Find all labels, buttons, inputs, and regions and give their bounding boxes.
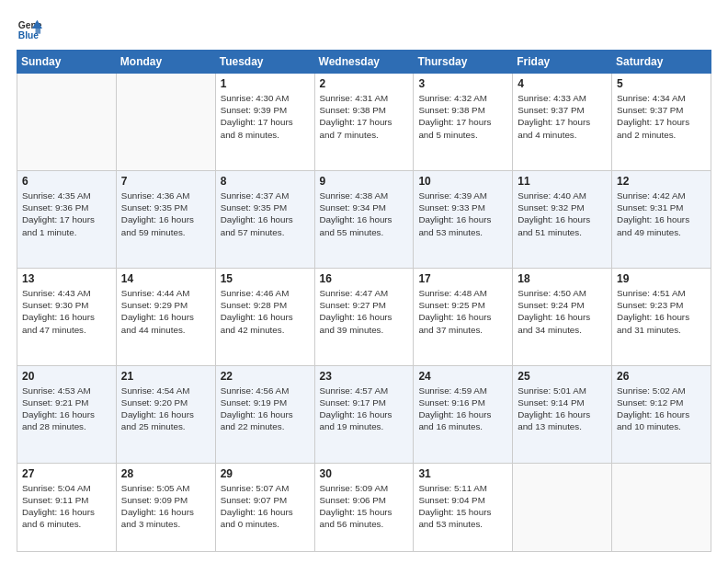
- col-wednesday: Wednesday: [314, 51, 414, 74]
- day-info: Sunrise: 4:30 AM Sunset: 9:39 PM Dayligh…: [221, 92, 310, 141]
- day-number: 24: [418, 370, 507, 383]
- table-row: 17Sunrise: 4:48 AM Sunset: 9:25 PM Dayli…: [414, 268, 513, 365]
- logo-icon: General Blue: [17, 17, 42, 42]
- col-thursday: Thursday: [414, 51, 513, 74]
- logo: General Blue: [17, 17, 42, 42]
- day-number: 11: [518, 175, 607, 188]
- day-info: Sunrise: 4:35 AM Sunset: 9:36 PM Dayligh…: [22, 190, 111, 238]
- day-number: 4: [518, 77, 607, 90]
- day-number: 21: [121, 370, 210, 383]
- table-row: 25Sunrise: 5:01 AM Sunset: 9:14 PM Dayli…: [513, 365, 612, 463]
- col-sunday: Sunday: [17, 51, 117, 74]
- day-info: Sunrise: 4:53 AM Sunset: 9:21 PM Dayligh…: [22, 385, 111, 433]
- col-friday: Friday: [513, 51, 612, 74]
- day-info: Sunrise: 4:50 AM Sunset: 9:24 PM Dayligh…: [518, 287, 607, 336]
- day-info: Sunrise: 4:34 AM Sunset: 9:37 PM Dayligh…: [617, 92, 706, 141]
- day-number: 15: [221, 272, 310, 285]
- day-info: Sunrise: 4:40 AM Sunset: 9:32 PM Dayligh…: [518, 190, 607, 238]
- day-number: 13: [22, 272, 111, 285]
- table-row: 22Sunrise: 4:56 AM Sunset: 9:19 PM Dayli…: [215, 365, 314, 463]
- day-info: Sunrise: 4:36 AM Sunset: 9:35 PM Dayligh…: [121, 190, 210, 238]
- table-row: 23Sunrise: 4:57 AM Sunset: 9:17 PM Dayli…: [314, 365, 414, 463]
- table-row: 9Sunrise: 4:38 AM Sunset: 9:34 PM Daylig…: [314, 170, 414, 268]
- table-row: 28Sunrise: 5:05 AM Sunset: 9:09 PM Dayli…: [116, 463, 215, 551]
- day-number: 6: [22, 175, 111, 188]
- day-number: 25: [518, 370, 607, 383]
- day-info: Sunrise: 4:46 AM Sunset: 9:28 PM Dayligh…: [221, 287, 310, 336]
- calendar-week-row: 13Sunrise: 4:43 AM Sunset: 9:30 PM Dayli…: [17, 268, 711, 365]
- table-row: 2Sunrise: 4:31 AM Sunset: 9:38 PM Daylig…: [314, 74, 414, 171]
- day-info: Sunrise: 4:59 AM Sunset: 9:16 PM Dayligh…: [418, 385, 507, 433]
- table-row: 26Sunrise: 5:02 AM Sunset: 9:12 PM Dayli…: [612, 365, 711, 463]
- day-number: 29: [221, 467, 310, 480]
- table-row: 19Sunrise: 4:51 AM Sunset: 9:23 PM Dayli…: [612, 268, 711, 365]
- calendar-week-row: 6Sunrise: 4:35 AM Sunset: 9:36 PM Daylig…: [17, 170, 711, 268]
- day-number: 2: [320, 77, 409, 90]
- table-row: 30Sunrise: 5:09 AM Sunset: 9:06 PM Dayli…: [314, 463, 414, 551]
- day-info: Sunrise: 4:33 AM Sunset: 9:37 PM Dayligh…: [518, 92, 607, 141]
- day-info: Sunrise: 5:07 AM Sunset: 9:07 PM Dayligh…: [221, 482, 310, 531]
- day-info: Sunrise: 5:05 AM Sunset: 9:09 PM Dayligh…: [121, 482, 210, 531]
- day-number: 19: [617, 272, 706, 285]
- table-row: [17, 74, 117, 171]
- table-row: 3Sunrise: 4:32 AM Sunset: 9:38 PM Daylig…: [414, 74, 513, 171]
- day-info: Sunrise: 4:43 AM Sunset: 9:30 PM Dayligh…: [22, 287, 111, 336]
- table-row: 20Sunrise: 4:53 AM Sunset: 9:21 PM Dayli…: [17, 365, 117, 463]
- day-info: Sunrise: 4:51 AM Sunset: 9:23 PM Dayligh…: [617, 287, 706, 336]
- col-saturday: Saturday: [612, 51, 711, 74]
- table-row: 27Sunrise: 5:04 AM Sunset: 9:11 PM Dayli…: [17, 463, 117, 551]
- day-info: Sunrise: 4:37 AM Sunset: 9:35 PM Dayligh…: [221, 190, 310, 238]
- table-row: 14Sunrise: 4:44 AM Sunset: 9:29 PM Dayli…: [116, 268, 215, 365]
- day-info: Sunrise: 5:11 AM Sunset: 9:04 PM Dayligh…: [418, 482, 507, 531]
- table-row: 29Sunrise: 5:07 AM Sunset: 9:07 PM Dayli…: [215, 463, 314, 551]
- table-row: [513, 463, 612, 551]
- day-info: Sunrise: 4:54 AM Sunset: 9:20 PM Dayligh…: [121, 385, 210, 433]
- day-number: 31: [418, 467, 507, 480]
- day-number: 20: [22, 370, 111, 383]
- table-row: 31Sunrise: 5:11 AM Sunset: 9:04 PM Dayli…: [414, 463, 513, 551]
- table-row: 16Sunrise: 4:47 AM Sunset: 9:27 PM Dayli…: [314, 268, 414, 365]
- day-number: 9: [320, 175, 409, 188]
- day-info: Sunrise: 4:47 AM Sunset: 9:27 PM Dayligh…: [320, 287, 409, 336]
- table-row: 21Sunrise: 4:54 AM Sunset: 9:20 PM Dayli…: [116, 365, 215, 463]
- calendar-week-row: 20Sunrise: 4:53 AM Sunset: 9:21 PM Dayli…: [17, 365, 711, 463]
- day-number: 22: [221, 370, 310, 383]
- day-number: 10: [418, 175, 507, 188]
- day-info: Sunrise: 5:09 AM Sunset: 9:06 PM Dayligh…: [320, 482, 409, 531]
- day-number: 17: [418, 272, 507, 285]
- day-number: 23: [320, 370, 409, 383]
- table-row: 24Sunrise: 4:59 AM Sunset: 9:16 PM Dayli…: [414, 365, 513, 463]
- calendar-week-row: 27Sunrise: 5:04 AM Sunset: 9:11 PM Dayli…: [17, 463, 711, 551]
- day-number: 27: [22, 467, 111, 480]
- day-info: Sunrise: 4:56 AM Sunset: 9:19 PM Dayligh…: [221, 385, 310, 433]
- table-row: [612, 463, 711, 551]
- table-row: 10Sunrise: 4:39 AM Sunset: 9:33 PM Dayli…: [414, 170, 513, 268]
- day-number: 1: [221, 77, 310, 90]
- day-info: Sunrise: 4:38 AM Sunset: 9:34 PM Dayligh…: [320, 190, 409, 238]
- day-info: Sunrise: 4:48 AM Sunset: 9:25 PM Dayligh…: [418, 287, 507, 336]
- day-info: Sunrise: 5:01 AM Sunset: 9:14 PM Dayligh…: [518, 385, 607, 433]
- table-row: 5Sunrise: 4:34 AM Sunset: 9:37 PM Daylig…: [612, 74, 711, 171]
- table-row: 11Sunrise: 4:40 AM Sunset: 9:32 PM Dayli…: [513, 170, 612, 268]
- col-monday: Monday: [116, 51, 215, 74]
- table-row: 6Sunrise: 4:35 AM Sunset: 9:36 PM Daylig…: [17, 170, 117, 268]
- table-row: 7Sunrise: 4:36 AM Sunset: 9:35 PM Daylig…: [116, 170, 215, 268]
- table-row: 4Sunrise: 4:33 AM Sunset: 9:37 PM Daylig…: [513, 74, 612, 171]
- table-row: [116, 74, 215, 171]
- day-number: 28: [121, 467, 210, 480]
- day-number: 5: [617, 77, 706, 90]
- col-tuesday: Tuesday: [215, 51, 314, 74]
- day-number: 30: [320, 467, 409, 480]
- table-row: 18Sunrise: 4:50 AM Sunset: 9:24 PM Dayli…: [513, 268, 612, 365]
- calendar-week-row: 1Sunrise: 4:30 AM Sunset: 9:39 PM Daylig…: [17, 74, 711, 171]
- day-number: 26: [617, 370, 706, 383]
- day-info: Sunrise: 4:44 AM Sunset: 9:29 PM Dayligh…: [121, 287, 210, 336]
- day-number: 12: [617, 175, 706, 188]
- day-info: Sunrise: 4:57 AM Sunset: 9:17 PM Dayligh…: [320, 385, 409, 433]
- day-number: 8: [221, 175, 310, 188]
- day-info: Sunrise: 4:32 AM Sunset: 9:38 PM Dayligh…: [418, 92, 507, 141]
- day-number: 7: [121, 175, 210, 188]
- day-info: Sunrise: 5:02 AM Sunset: 9:12 PM Dayligh…: [617, 385, 706, 433]
- day-info: Sunrise: 5:04 AM Sunset: 9:11 PM Dayligh…: [22, 482, 111, 531]
- table-row: 13Sunrise: 4:43 AM Sunset: 9:30 PM Dayli…: [17, 268, 117, 365]
